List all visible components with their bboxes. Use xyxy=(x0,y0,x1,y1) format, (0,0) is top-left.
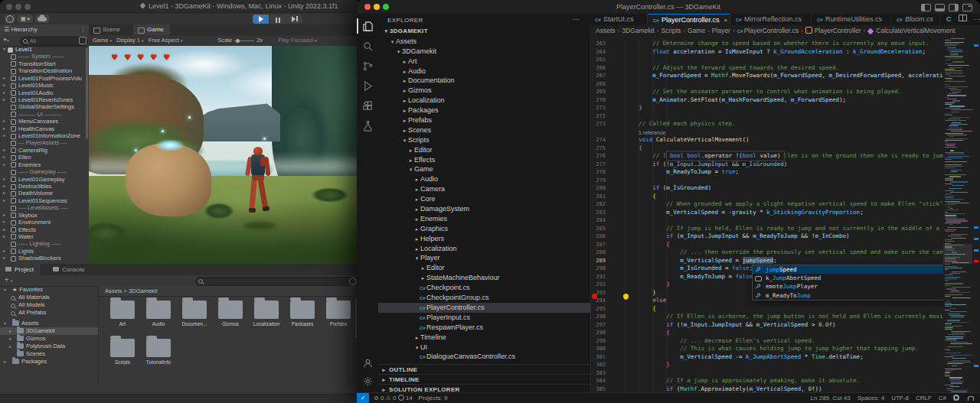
favorites-item[interactable]: All Models xyxy=(0,301,98,309)
projects-indicator[interactable]: Projects: 9 xyxy=(419,393,448,403)
suggest-item[interactable]: m_ReadyToJump xyxy=(753,291,943,300)
folder-tree-item[interactable]: ▸Gizmos xyxy=(378,86,590,96)
hierarchy-item[interactable]: ▸Level01Music xyxy=(0,82,89,89)
code-line[interactable]: 285 // If jump is held, Ellen is ready t… xyxy=(590,225,943,233)
hierarchy-item[interactable]: ----- Lighting ----- xyxy=(0,240,89,247)
minimap[interactable] xyxy=(943,36,972,393)
hierarchy-item[interactable]: ▸Effects xyxy=(0,226,89,233)
scale-slider[interactable]: Scale2x xyxy=(217,37,263,44)
folder-tree-item[interactable]: ▸Editor xyxy=(378,263,590,273)
file-tree-item[interactable]: C#RespawnPlayer.cs xyxy=(378,323,590,333)
folder-tree-item[interactable]: ▸Camera xyxy=(378,184,590,194)
status-item[interactable]: C# xyxy=(939,393,946,403)
editor-tab[interactable]: C#MirrorReflection.cs xyxy=(730,14,812,25)
hierarchy-item[interactable]: ▸Ellen xyxy=(0,154,89,161)
hierarchy-item[interactable]: ▸Level01InformationZone xyxy=(0,132,89,139)
folder-tree-item[interactable]: ▸Graphics xyxy=(378,224,590,234)
status-item[interactable]: Ln 289, Col 43 xyxy=(811,393,851,403)
toggle-secondary-sidebar-icon[interactable] xyxy=(949,4,959,11)
code-line[interactable]: 302 } xyxy=(590,361,943,369)
file-tree-item[interactable]: C#CheckpointGroup.cs xyxy=(378,293,590,303)
game-viewport[interactable]: ♥♥♥♥♥ xyxy=(89,46,360,264)
tab-project[interactable]: Project xyxy=(0,264,41,275)
suggest-item[interactable]: jumpSpeed xyxy=(753,265,943,274)
folder-tree-item[interactable]: ▸Art xyxy=(378,57,590,67)
code-line[interactable]: 268 xyxy=(590,80,943,89)
close-tab-icon[interactable]: × xyxy=(724,17,728,24)
code-line[interactable]: 272 xyxy=(590,112,943,121)
breadcrumb-item[interactable]: PlayerController xyxy=(815,27,861,34)
folder-tree-item[interactable]: ▸Editor xyxy=(378,145,590,155)
code-line[interactable]: 301 m_VerticalSpeed -= k_JumpAbortSpeed … xyxy=(590,353,943,362)
folder-tree-item[interactable]: ▾Player xyxy=(378,253,590,263)
project-folder[interactable]: Documen... xyxy=(178,301,211,327)
code-line[interactable]: 282 // When grounded we apply a slight n… xyxy=(590,200,943,209)
play-focused-dropdown[interactable]: Play Focused ▾ xyxy=(278,37,316,44)
unity-close-button[interactable] xyxy=(6,4,12,10)
breadcrumb-item[interactable]: PlayerController.cs xyxy=(744,27,799,34)
hierarchy-item[interactable]: ▸Enemies xyxy=(0,161,89,168)
hierarchy-item[interactable]: GlobalShaderSettings xyxy=(0,103,89,110)
folder-tree-item[interactable]: ▸Prefabs xyxy=(378,115,590,125)
breadcrumb-item[interactable]: Assets xyxy=(596,27,616,34)
run-debug-icon[interactable] xyxy=(357,76,378,95)
hierarchy-item[interactable]: ▸Level01ReverbZones xyxy=(0,96,89,103)
pause-button[interactable] xyxy=(270,15,286,24)
unity-minimize-button[interactable] xyxy=(15,4,21,10)
editor-tab[interactable]: C#StartUI.cs xyxy=(590,14,648,25)
tab-more-actions-icon[interactable]: ··· xyxy=(974,14,980,25)
code-line[interactable]: 281 { xyxy=(590,193,943,201)
hierarchy-item[interactable]: ▸ShadowBlockers xyxy=(0,255,89,262)
code-line[interactable]: 263 // Determine change to speed based o… xyxy=(590,40,943,48)
hierarchy-item[interactable]: ▾Level1 xyxy=(0,46,89,53)
hierarchy-tab[interactable]: ☰ Hierarchy⋮ xyxy=(0,24,89,36)
hierarchy-item[interactable]: TransitionStart xyxy=(0,60,89,67)
folder-tree-item[interactable]: ▾3DGamekit xyxy=(378,47,590,57)
breadcrumb[interactable]: Assets›3DGamekit›Scripts›Game›Player›C#P… xyxy=(590,25,980,36)
favorites-header[interactable]: ▾★Favorites xyxy=(0,286,98,294)
hierarchy-item[interactable]: ▸HealthCanvas xyxy=(0,125,89,132)
status-item[interactable]: CRLF xyxy=(916,393,932,403)
code-line[interactable]: 303 xyxy=(590,369,943,378)
game-mode-dropdown[interactable]: Game ▾ xyxy=(93,37,112,44)
remote-indicator[interactable]: ✓ xyxy=(357,393,369,403)
testing-icon[interactable] xyxy=(357,116,378,135)
folder-tree-item[interactable]: ▸Audio xyxy=(378,67,590,76)
folder-tree-item[interactable]: ▸Enemies xyxy=(378,214,590,224)
hierarchy-item[interactable]: ▸Water xyxy=(0,233,89,240)
file-tree-item[interactable]: C#DialogueCanvasController.cs xyxy=(378,352,590,362)
hierarchy-item[interactable]: ----- Gameplay ----- xyxy=(0,168,89,175)
breadcrumb-item[interactable]: Scripts xyxy=(661,27,681,34)
code-line[interactable]: 289 m_VerticalSpeed = jumpSpeed; xyxy=(590,257,943,265)
folder-tree-item[interactable]: ▸Helpers xyxy=(378,234,590,244)
code-line[interactable]: 288 // ... then override the previously … xyxy=(590,249,943,257)
account-icon[interactable] xyxy=(357,353,378,372)
favorites-item[interactable]: All Materials xyxy=(0,294,98,301)
hierarchy-item[interactable]: --- PlayerAssets --- xyxy=(0,139,89,146)
code-line[interactable]: 271 } xyxy=(590,104,943,112)
editor-tab[interactable]: C#RuntimeUtilities.cs xyxy=(812,14,891,25)
toggle-panel-icon[interactable] xyxy=(935,4,945,11)
editor-tab[interactable]: C#PlayerController.cs× xyxy=(648,14,730,25)
folder-tree-item[interactable]: ▸Core xyxy=(378,194,590,204)
editor-tab[interactable]: C#Bloom.cs xyxy=(891,14,940,25)
code-line[interactable]: 287 { xyxy=(590,241,943,249)
code-line[interactable]: 280 if (m_IsGrounded) xyxy=(590,184,943,193)
project-folder[interactable]: Localization xyxy=(250,301,283,327)
code-line[interactable]: 300 // This is what causes holding jump … xyxy=(590,345,943,353)
code-line[interactable]: 269 // Set the animator parameter to con… xyxy=(590,88,943,96)
explorer-more-actions-icon[interactable]: ··· xyxy=(573,15,580,23)
code-line[interactable]: 297 if (!m_Input.JumpInput && m_Vertical… xyxy=(590,321,943,330)
assets-folder-item[interactable]: ▸3DGamekit xyxy=(0,327,98,335)
unity-layers-dropdown[interactable]: ▦ ▾ xyxy=(18,15,33,23)
hierarchy-item[interactable]: ▸Lights xyxy=(0,248,89,255)
hierarchy-item[interactable]: TransitionDestination xyxy=(0,67,89,74)
file-tree-item[interactable]: C#Checkpoint.cs xyxy=(378,283,590,293)
play-button[interactable] xyxy=(253,15,269,24)
folder-tree-item[interactable]: ▾Scripts xyxy=(378,135,590,145)
hierarchy-scrollbar[interactable] xyxy=(86,47,88,139)
folder-tree-item[interactable]: ▸Audio xyxy=(378,174,590,184)
tab-devkit-icon[interactable]: C xyxy=(946,14,952,25)
code-line[interactable]: 267 m_ForwardSpeed = Mathf.MoveTowards(m… xyxy=(590,72,943,80)
suggest-item[interactable]: emoteJumpPlayer xyxy=(753,282,943,291)
